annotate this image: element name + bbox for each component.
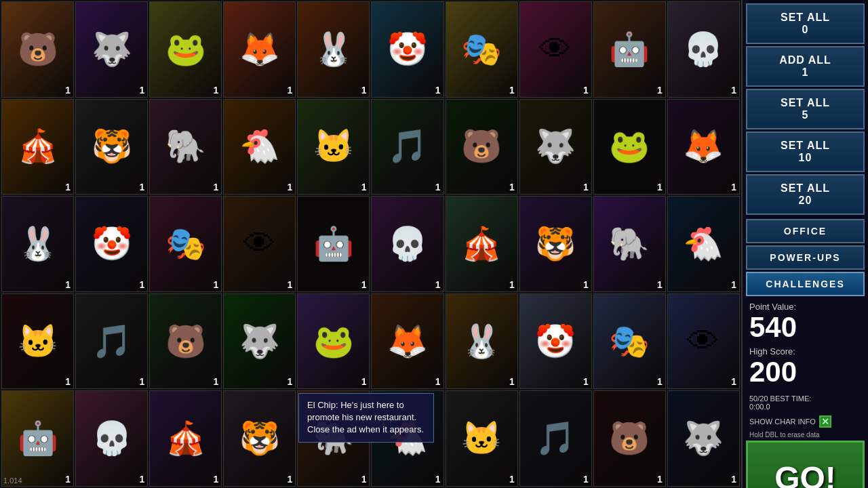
char-count: 1: [731, 279, 736, 290]
challenges-button[interactable]: CHALLENGES: [746, 272, 865, 296]
character-cell[interactable]: 🎭 1: [593, 293, 666, 390]
character-cell[interactable]: 🦊 1: [371, 293, 443, 390]
character-cell[interactable]: 🎪 1: [446, 196, 518, 292]
character-cell[interactable]: 🎪 1: [1, 99, 74, 195]
character-cell[interactable]: 🐺 1: [223, 293, 296, 390]
char-count: 1: [509, 376, 515, 387]
set-all-10-button[interactable]: SET ALL 10: [746, 131, 865, 172]
erase-note: Hold DBL to erase data: [746, 431, 865, 439]
char-count: 1: [731, 376, 736, 387]
right-panel: SET ALL 0 ADD ALL 1 SET ALL 5 SET ALL 10…: [741, 0, 868, 488]
char-count: 1: [509, 85, 515, 96]
character-cell[interactable]: 🤡 1: [371, 1, 443, 98]
char-count: 1: [288, 474, 293, 485]
character-cell[interactable]: 🤡 1: [519, 293, 592, 390]
character-cell[interactable]: 🐔 1: [667, 196, 740, 292]
character-cell[interactable]: 🐯 1: [223, 390, 296, 487]
character-cell[interactable]: 🐻 1: [446, 99, 518, 195]
char-count: 1: [214, 474, 219, 485]
high-score-value: 200: [749, 357, 861, 388]
character-cell[interactable]: 🐻 1: [1, 1, 74, 98]
character-cell[interactable]: 🐘 1: [297, 390, 370, 487]
char-count: 1: [583, 85, 589, 96]
character-cell[interactable]: 🐻 1: [593, 390, 666, 487]
char-count: 1: [288, 376, 293, 387]
character-cell[interactable]: 🐸 1: [149, 1, 222, 98]
character-cell[interactable]: 🐻 1: [149, 293, 222, 390]
character-cell[interactable]: 🦊 1: [223, 1, 296, 98]
show-char-section: SHOW CHAR INFO ✕: [746, 414, 865, 429]
character-cell[interactable]: 🐺 1: [667, 390, 740, 487]
character-cell[interactable]: 🐰 1: [1, 196, 74, 292]
character-cell[interactable]: 👁 1: [667, 293, 740, 390]
character-cell[interactable]: 🐘 1: [593, 196, 666, 292]
character-cell[interactable]: 🐰 1: [297, 1, 370, 98]
char-count: 1: [731, 474, 736, 485]
char-count: 1: [361, 474, 367, 485]
office-label: OFFICE: [784, 226, 827, 237]
char-count: 1: [361, 279, 367, 290]
character-cell[interactable]: 🤖 1: [593, 1, 666, 98]
character-cell[interactable]: 🎵 1: [371, 99, 443, 195]
character-cell[interactable]: 👁 1: [519, 1, 592, 98]
character-cell[interactable]: 🐰 1: [446, 293, 518, 390]
set-all-0-button[interactable]: SET ALL 0: [746, 3, 865, 44]
character-cell[interactable]: 🎭 1: [446, 1, 518, 98]
character-cell[interactable]: 🐔 1: [371, 390, 443, 487]
set-all-20-button[interactable]: SET ALL 20: [746, 174, 865, 215]
character-cell[interactable]: 🐸 1: [297, 293, 370, 390]
char-count: 1: [509, 182, 515, 192]
best-time-label: 50/20 BEST TIME:: [749, 394, 861, 403]
char-count: 1: [139, 85, 144, 96]
point-value-label: Point Value:: [749, 302, 861, 312]
character-cell[interactable]: 🐺 1: [75, 1, 148, 98]
character-cell[interactable]: 🦊 1: [667, 99, 740, 195]
char-count: 1: [288, 279, 293, 290]
character-cell[interactable]: 🐸 1: [593, 99, 666, 195]
character-cell[interactable]: 💀 1: [667, 1, 740, 98]
char-count: 1: [731, 85, 736, 96]
character-cell[interactable]: 🤖 1: [297, 196, 370, 292]
character-cell[interactable]: 🎭 1: [149, 196, 222, 292]
char-count: 1: [657, 279, 663, 290]
character-cell[interactable]: 🐱 1: [1, 293, 74, 390]
character-cell[interactable]: 👁 1: [223, 196, 296, 292]
score-section: Point Value: 540 High Score: 200: [746, 298, 865, 391]
add-all-1-button[interactable]: ADD ALL 1: [746, 46, 865, 87]
go-label: GO!: [774, 460, 836, 488]
char-count: 1: [65, 376, 71, 387]
character-cell[interactable]: 🐱 1: [297, 99, 370, 195]
character-cell[interactable]: 🎵 1: [519, 390, 592, 487]
character-cell[interactable]: 🐘 1: [149, 99, 222, 195]
set-all-10-label-line1: SET ALL: [781, 140, 830, 151]
office-button[interactable]: OFFICE: [746, 219, 865, 243]
character-cell[interactable]: 💀 1: [75, 390, 148, 487]
character-grid: 🐻 1 🐺 1 🐸 1 🦊 1 🐰 1 🤡 1 🎭 1 👁: [0, 0, 741, 488]
character-cell[interactable]: 🐯 1: [519, 196, 592, 292]
char-count: 1: [214, 376, 219, 387]
power-ups-button[interactable]: POWER-UPS: [746, 245, 865, 270]
char-count: 1: [139, 474, 144, 485]
character-cell[interactable]: 🐯 1: [75, 99, 148, 195]
point-value: 540: [749, 312, 861, 343]
set-all-5-button[interactable]: SET ALL 5: [746, 89, 865, 129]
show-char-checkbox[interactable]: ✕: [819, 415, 831, 428]
char-count: 1: [583, 279, 589, 290]
char-count: 1: [65, 85, 71, 96]
character-cell[interactable]: 🤖 1: [1, 390, 74, 487]
character-cell[interactable]: 💀 1: [371, 196, 443, 292]
character-cell[interactable]: 🐱 1: [446, 390, 518, 487]
char-count: 1: [65, 474, 71, 485]
character-cell[interactable]: 🐔 1: [223, 99, 296, 195]
character-cell[interactable]: 🤡 1: [75, 196, 148, 292]
char-count: 1: [731, 182, 736, 192]
char-count: 1: [214, 279, 219, 290]
go-button[interactable]: GO!: [746, 441, 865, 488]
show-char-info-label: SHOW CHAR INFO: [749, 418, 816, 426]
char-count: 1: [435, 85, 441, 96]
set-all-10-label-line2: 10: [799, 152, 812, 163]
character-cell[interactable]: 🎪 1: [149, 390, 222, 487]
character-cell[interactable]: 🎵 1: [75, 293, 148, 390]
character-cell[interactable]: 🐺 1: [519, 99, 592, 195]
add-all-1-label-line1: ADD ALL: [779, 54, 831, 66]
